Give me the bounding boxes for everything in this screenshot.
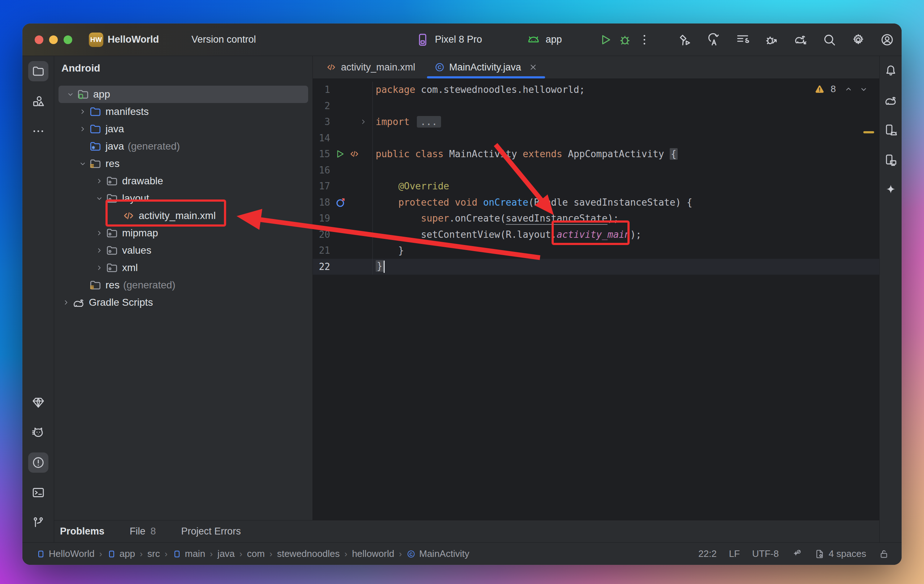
tool-stripe-button-logcat[interactable] — [28, 422, 48, 443]
tool-stripe-button-running-devices[interactable] — [882, 151, 900, 169]
code-line-2[interactable]: 2 — [313, 98, 879, 114]
breadcrumb-item-src[interactable]: src — [147, 548, 160, 559]
caret-position[interactable]: 22:2 — [698, 548, 717, 559]
code-line-1[interactable]: 1package com.stewednoodles.helloworld; — [313, 82, 879, 98]
tree-item-gradle-scripts[interactable]: Gradle Scripts — [54, 294, 312, 311]
tree-item-drawable[interactable]: drawable — [54, 172, 312, 190]
code-line-16[interactable]: 16 — [313, 162, 879, 179]
breadcrumb-item-main[interactable]: main — [172, 548, 205, 559]
code-line-20[interactable]: 20 setContentView(R.layout.activity_main… — [313, 227, 879, 243]
next-warning-button[interactable] — [859, 84, 868, 94]
breadcrumb-item-stewednoodles[interactable]: stewednoodles — [277, 548, 340, 559]
vcs-menu[interactable]: Version control — [191, 34, 268, 45]
tree-item-res-generated[interactable]: res(generated) — [54, 276, 312, 294]
tree-item-activity-main-xml[interactable]: activity_main.xml — [54, 207, 312, 224]
problems-tab-file[interactable]: File8 — [130, 526, 156, 537]
attach-debugger-button[interactable] — [764, 33, 779, 47]
chevron-right-icon[interactable] — [93, 261, 106, 274]
file-encoding[interactable]: UTF-8 — [752, 548, 779, 559]
tool-stripe-button-terminal[interactable] — [28, 483, 48, 503]
chevron-down-icon[interactable] — [567, 33, 582, 47]
run-button[interactable] — [598, 33, 613, 47]
tool-stripe-button-gradle[interactable] — [882, 91, 900, 109]
code-line-17[interactable]: 17 @Override — [313, 178, 879, 194]
breadcrumb-item-helloworld[interactable]: HelloWorld — [36, 548, 95, 559]
chevron-down-icon[interactable] — [64, 88, 77, 101]
chevron-down-icon[interactable] — [487, 33, 502, 47]
breadcrumb-item-mainactivity[interactable]: CMainActivity — [406, 548, 469, 559]
tool-stripe-button-app-quality-insights[interactable] — [28, 392, 48, 413]
chevron-right-icon[interactable] — [93, 175, 106, 187]
tab-mainactivity-java[interactable]: CMainActivity.java — [425, 56, 547, 78]
settings-button[interactable] — [851, 33, 865, 47]
device-selector[interactable]: Pixel 8 Pro — [435, 34, 482, 45]
code-line-3[interactable]: 3import ... — [313, 114, 879, 130]
code-editor[interactable]: 1package com.stewednoodles.helloworld;23… — [313, 78, 879, 520]
scrollbar-warning-mark[interactable] — [863, 131, 874, 133]
prev-warning-button[interactable] — [844, 84, 853, 94]
tool-stripe-button-problems[interactable] — [28, 452, 48, 473]
breadcrumb-item-java[interactable]: java — [218, 548, 235, 559]
more-actions-button[interactable] — [637, 33, 652, 47]
profiler-button[interactable] — [736, 33, 750, 47]
tree-item-java[interactable]: java — [54, 120, 312, 138]
tool-stripe-button-more-tool-windows[interactable] — [28, 121, 48, 141]
run-config-selector[interactable]: app — [546, 34, 562, 45]
breadcrumb-item-helloworld[interactable]: helloworld — [352, 548, 394, 559]
code-line-22[interactable]: 22} — [313, 259, 879, 275]
tool-stripe-button-notifications[interactable] — [882, 61, 900, 79]
build-button[interactable] — [678, 33, 692, 47]
account-button[interactable] — [880, 33, 894, 47]
inspections-widget[interactable]: 8 — [814, 83, 868, 95]
breadcrumb-item-com[interactable]: com — [247, 548, 265, 559]
override-gutter-icon[interactable] — [335, 197, 347, 208]
tool-stripe-button-resource-manager[interactable] — [28, 91, 48, 111]
debug-button[interactable] — [618, 33, 632, 47]
tree-item-app[interactable]: app — [59, 86, 308, 103]
project-menu[interactable]: HW HelloWorld — [89, 33, 171, 47]
tool-stripe-button-version-control[interactable] — [28, 513, 48, 533]
close-button[interactable] — [35, 35, 43, 44]
code-line-19[interactable]: 19 super.onCreate(savedInstanceState); — [313, 210, 879, 227]
tree-item-layout[interactable]: layout — [54, 190, 312, 207]
code-line-21[interactable]: 21 } — [313, 243, 879, 259]
run-gutter-icon[interactable] — [335, 149, 345, 159]
xml-gutter-icon[interactable] — [349, 149, 360, 159]
problems-tab-problems[interactable]: Problems — [60, 526, 104, 537]
sync-project-button[interactable] — [706, 33, 721, 47]
chevron-right-icon[interactable] — [93, 244, 106, 256]
chevron-right-icon[interactable] — [77, 123, 89, 135]
code-line-14[interactable]: 14 — [313, 130, 879, 146]
tree-item-xml[interactable]: xml — [54, 259, 312, 276]
tree-item-manifests[interactable]: manifests — [54, 103, 312, 120]
chevron-down-icon[interactable] — [77, 157, 89, 170]
tree-item-res[interactable]: res — [54, 155, 312, 172]
editor-area: activity_main.xmlCMainActivity.java 1pac… — [313, 56, 879, 520]
fold-chevron-icon[interactable] — [359, 117, 368, 126]
chevron-down-icon[interactable] — [93, 192, 106, 205]
search-everywhere-button[interactable] — [822, 33, 837, 47]
problems-tab-project-errors[interactable]: Project Errors — [182, 526, 241, 537]
chevron-right-icon[interactable] — [77, 106, 89, 118]
indent-widget[interactable]: 4 spaces — [814, 548, 866, 559]
tab-activity-main-xml[interactable]: activity_main.xml — [317, 56, 425, 78]
chevron-right-icon[interactable] — [60, 296, 72, 309]
code-line-18[interactable]: 18 protected void onCreate(Bundle savedI… — [313, 194, 879, 211]
ai-assistant-disabled-icon[interactable] — [791, 549, 802, 559]
tree-item-java-generated[interactable]: java(generated) — [54, 138, 312, 155]
code-line-15[interactable]: 15public class MainActivity extends AppC… — [313, 146, 879, 162]
unlock-icon[interactable] — [878, 549, 889, 559]
breadcrumb-item-app[interactable]: app — [107, 548, 135, 559]
project-view-selector[interactable]: Android — [54, 60, 312, 76]
gradle-sync-button[interactable] — [793, 33, 808, 47]
line-ending[interactable]: LF — [729, 548, 740, 559]
chevron-right-icon[interactable] — [93, 227, 106, 239]
tree-item-values[interactable]: values — [54, 242, 312, 259]
minimize-button[interactable] — [49, 35, 58, 44]
tool-stripe-button-device-manager[interactable] — [882, 121, 900, 139]
close-icon[interactable] — [528, 63, 538, 72]
tool-stripe-button-project[interactable] — [28, 61, 48, 81]
tool-stripe-button-gemini[interactable] — [882, 181, 900, 199]
zoom-button[interactable] — [64, 35, 72, 44]
tree-item-mipmap[interactable]: mipmap — [54, 224, 312, 242]
